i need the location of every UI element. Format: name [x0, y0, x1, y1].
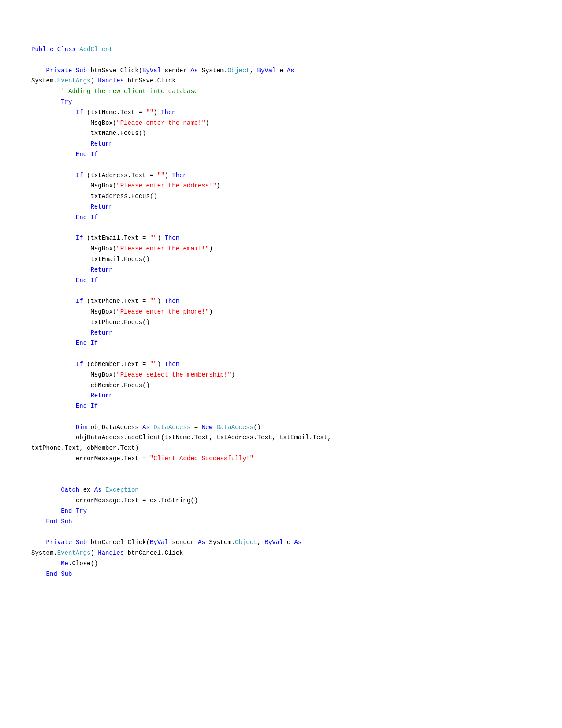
code-line: System.EventArgs) Handles btnCancel.Clic…	[31, 548, 531, 559]
code-line: End Try	[31, 506, 531, 517]
code-line	[31, 55, 531, 66]
code-line	[31, 412, 531, 422]
code-line: txtAddress.Focus()	[31, 191, 531, 202]
code-line: End If	[31, 401, 531, 412]
code-line: End If	[31, 276, 531, 286]
code-line: Return	[31, 391, 531, 401]
code-line: Catch ex As Exception	[31, 485, 531, 496]
code-line: objDataAccess.addClient(txtName.Text, tx…	[31, 433, 531, 443]
code-line: cbMember.Focus()	[31, 381, 531, 391]
code-line: ' Adding the new client into database	[31, 86, 531, 97]
code-line: System.EventArgs) Handles btnSave.Click	[31, 76, 531, 86]
code-line: End Sub	[31, 569, 531, 580]
code-line: If (txtEmail.Text = "") Then	[31, 233, 531, 244]
code-line: txtEmail.Focus()	[31, 254, 531, 265]
code-line: Return	[31, 139, 531, 149]
code-line: Private Sub btnCancel_Click(ByVal sender…	[31, 538, 531, 548]
code-line: MsgBox("Please enter the email!")	[31, 244, 531, 254]
code-line: Try	[31, 97, 531, 108]
code-line: MsgBox("Please enter the phone!")	[31, 307, 531, 317]
code-line: Dim objDataAccess As DataAccess = New Da…	[31, 422, 531, 433]
code-line: If (txtPhone.Text = "") Then	[31, 296, 531, 307]
code-line	[31, 160, 531, 171]
code-line: Private Sub btnSave_Click(ByVal sender A…	[31, 66, 531, 76]
code-line: errorMessage.Text = "Client Added Succes…	[31, 454, 531, 464]
page-container: Public Class AddClient Private Sub btnSa…	[0, 0, 562, 728]
code-line	[31, 349, 531, 359]
code-line: End If	[31, 149, 531, 160]
code-line: Return	[31, 202, 531, 213]
code-line	[31, 475, 531, 485]
code-line: MsgBox("Please enter the name!")	[31, 118, 531, 129]
code-line: Return	[31, 265, 531, 276]
code-line	[31, 223, 531, 234]
code-line: Public Class AddClient	[31, 45, 531, 55]
code-line	[31, 527, 531, 538]
code-line: Return	[31, 328, 531, 339]
code-line: End Sub	[31, 517, 531, 527]
code-line: MsgBox("Please select the membership!")	[31, 370, 531, 381]
code-line: If (txtName.Text = "") Then	[31, 108, 531, 118]
code-line: errorMessage.Text = ex.ToString()	[31, 496, 531, 506]
code-line: MsgBox("Please enter the address!")	[31, 181, 531, 191]
code-line: If (txtAddress.Text = "") Then	[31, 171, 531, 181]
code-line	[31, 286, 531, 296]
code-line: Me.Close()	[31, 559, 531, 569]
code-editor: Public Class AddClient Private Sub btnSa…	[14, 18, 548, 606]
code-line: txtPhone.Text, cbMember.Text)	[31, 443, 531, 454]
code-line: txtPhone.Focus()	[31, 317, 531, 328]
code-line: End If	[31, 213, 531, 223]
code-line: txtName.Focus()	[31, 128, 531, 139]
code-line: End If	[31, 338, 531, 349]
code-line: If (cbMember.Text = "") Then	[31, 359, 531, 370]
code-line	[31, 464, 531, 475]
